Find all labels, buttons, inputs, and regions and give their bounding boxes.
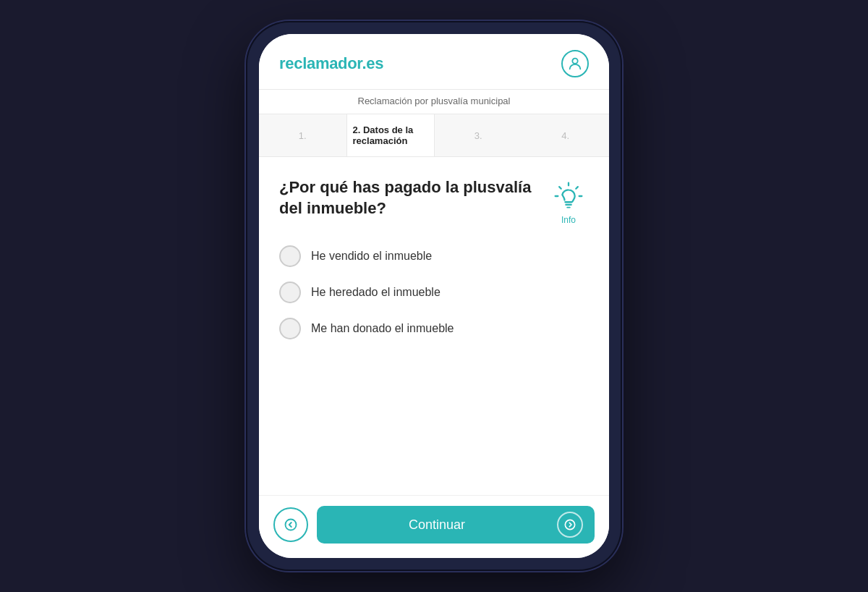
back-arrow-icon <box>284 518 297 531</box>
main-content: ¿Por qué has pagado la plusvalía del inm… <box>259 157 609 495</box>
question-row: ¿Por qué has pagado la plusvalía del inm… <box>279 177 589 225</box>
option-1[interactable]: He vendido el inmueble <box>279 245 589 267</box>
phone-screen: reclamador.es Reclamación por plusvalía … <box>259 34 609 558</box>
option-3[interactable]: Me han donado el inmueble <box>279 318 589 339</box>
step-2[interactable]: 2. Datos de la reclamación <box>346 114 435 156</box>
continue-arrow-icon <box>557 512 583 538</box>
step-4-label: 4. <box>561 130 569 141</box>
app-header: reclamador.es <box>259 34 609 89</box>
svg-point-10 <box>565 520 574 529</box>
option-2-label: He heredado el inmueble <box>311 286 441 299</box>
app-logo: reclamador.es <box>279 54 383 73</box>
user-profile-button[interactable] <box>561 50 589 77</box>
options-list: He vendido el inmueble He heredado el in… <box>279 245 589 339</box>
radio-3[interactable] <box>279 318 301 339</box>
option-1-label: He vendido el inmueble <box>311 250 432 263</box>
option-2[interactable]: He heredado el inmueble <box>279 282 589 303</box>
back-button[interactable] <box>273 507 308 542</box>
question-text: ¿Por qué has pagado la plusvalía del inm… <box>279 177 548 219</box>
step-3-label: 3. <box>475 130 482 141</box>
radio-1[interactable] <box>279 245 301 267</box>
step-1[interactable]: 1. <box>259 120 346 151</box>
step-1-label: 1. <box>299 130 307 141</box>
svg-line-2 <box>576 187 578 189</box>
continue-label: Continuar <box>334 517 557 533</box>
option-3-label: Me han donado el inmueble <box>311 322 454 335</box>
continue-button[interactable]: Continuar <box>317 506 595 544</box>
svg-line-4 <box>559 187 561 189</box>
svg-point-9 <box>286 520 297 530</box>
step-2-label: 2. Datos de la reclamación <box>353 124 429 146</box>
info-button[interactable]: Info <box>548 177 589 225</box>
subtitle-bar: Reclamación por plusvalía municipal <box>259 89 609 114</box>
radio-2[interactable] <box>279 282 301 303</box>
user-icon <box>567 56 583 72</box>
lightbulb-icon <box>553 180 584 212</box>
info-label: Info <box>561 215 576 225</box>
phone-device: reclamador.es Reclamación por plusvalía … <box>246 21 622 571</box>
bottom-bar: Continuar <box>259 495 609 558</box>
steps-bar: 1. 2. Datos de la reclamación 3. 4. <box>259 114 609 157</box>
step-3[interactable]: 3. <box>435 120 522 151</box>
svg-point-0 <box>572 59 577 64</box>
step-4[interactable]: 4. <box>522 120 610 151</box>
subtitle-text: Reclamación por plusvalía municipal <box>358 96 511 106</box>
